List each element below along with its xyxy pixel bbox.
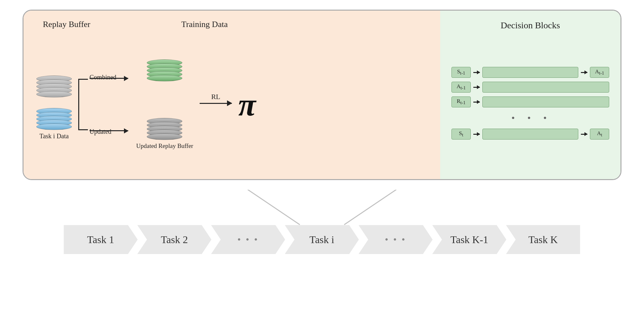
- decision-rows: St-1 At-1 At-1 Rt-1: [451, 37, 609, 169]
- connector-lines: [23, 190, 621, 225]
- decision-row-3: Rt-1: [451, 96, 609, 107]
- rl-arrow-section: RL: [200, 93, 232, 104]
- pi-symbol: π: [232, 86, 262, 123]
- right-panel: Decision Blocks St-1 At-1 At-1: [440, 11, 620, 179]
- task-row: Task 1 Task 2 • • • Task i • • • Task K-…: [23, 225, 621, 254]
- arrow-out-4: [581, 134, 587, 135]
- middle-column: Updated Replay Buffer: [136, 59, 193, 150]
- decision-row-1: St-1 At-1: [451, 67, 609, 78]
- decision-row-4: St At: [451, 129, 609, 140]
- output-at: At: [590, 129, 609, 139]
- task-dots-2: • • •: [359, 225, 433, 254]
- arrow-in-4: [473, 134, 480, 135]
- task-k: Task K: [506, 225, 580, 254]
- task-i: Task i: [285, 225, 359, 254]
- task-1: Task 1: [64, 225, 138, 254]
- decision-blocks-title: Decision Blocks: [451, 20, 609, 31]
- input-at1: At-1: [451, 82, 471, 92]
- decision-bar-4: [482, 129, 578, 140]
- svg-line-0: [248, 190, 299, 224]
- arrow-in-3: [473, 102, 480, 103]
- updated-arrow: [90, 130, 128, 131]
- decision-bar-1: [482, 67, 578, 78]
- training-data-db: [147, 59, 182, 81]
- task-2: Task 2: [137, 225, 212, 254]
- bottom-section: Task 1 Task 2 • • • Task i • • • Task K-…: [23, 190, 621, 254]
- replay-buffer-label: Replay Buffer: [43, 20, 90, 29]
- combined-label: Combined: [90, 74, 116, 81]
- task-i-data-db: Task i Data: [36, 108, 72, 140]
- main-diagram-container: Replay Buffer Training Data: [23, 10, 621, 180]
- arrow-in-2: [473, 87, 480, 88]
- decision-row-2: At-1: [451, 82, 609, 93]
- left-panel: Replay Buffer Training Data: [24, 11, 440, 179]
- training-data-label: Training Data: [181, 20, 228, 29]
- arrow-out-1: [581, 72, 587, 73]
- decision-bar-3: [482, 96, 609, 107]
- task-k1: Task K-1: [432, 225, 507, 254]
- task-i-label: Task i Data: [40, 132, 69, 140]
- updated-replay-buffer-label: Updated Replay Buffer: [136, 142, 193, 150]
- task-dots-1: • • •: [211, 225, 285, 254]
- updated-replay-buffer-db: Updated Replay Buffer: [136, 118, 193, 150]
- arrow-in-1: [473, 72, 480, 73]
- svg-line-1: [345, 190, 396, 224]
- rl-arrow: [200, 103, 232, 104]
- dots-separator: • • •: [451, 111, 609, 125]
- replay-buffer-db: [36, 76, 72, 97]
- bracket-section: Combined Updated: [78, 69, 133, 140]
- updated-label: Updated: [90, 128, 111, 135]
- input-st1: St-1: [451, 67, 471, 77]
- input-rt1: Rt-1: [451, 96, 471, 107]
- output-at1: At-1: [590, 67, 609, 77]
- combined-arrow: [90, 78, 128, 79]
- input-st: St: [451, 129, 471, 139]
- decision-bar-2: [482, 82, 609, 93]
- rl-label: RL: [211, 93, 220, 101]
